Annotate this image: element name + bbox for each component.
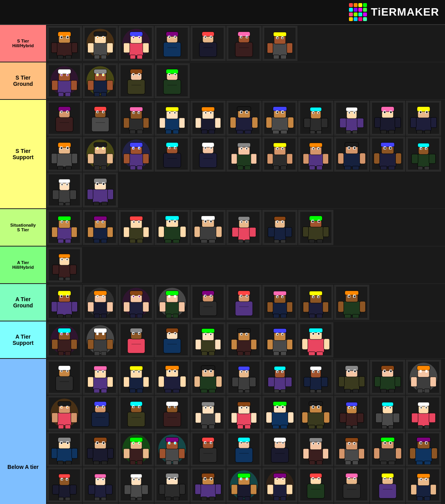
character-slot[interactable] [190,396,226,431]
character-slot[interactable] [262,322,297,357]
character-slot[interactable] [406,137,441,172]
character-slot[interactable] [334,396,369,431]
character-slot[interactable] [226,360,262,395]
character-slot[interactable] [226,210,262,245]
character-slot[interactable] [119,285,154,320]
character-slot[interactable] [226,137,262,172]
character-slot[interactable] [298,101,333,136]
character-slot[interactable] [119,467,154,502]
character-slot[interactable] [119,210,154,245]
character-slot[interactable] [47,396,82,431]
character-slot[interactable] [190,285,226,320]
character-slot[interactable] [119,431,154,467]
character-slot[interactable] [155,101,190,136]
character-slot[interactable] [47,285,82,320]
character-slot[interactable] [226,396,262,431]
character-slot[interactable] [83,63,118,98]
character-slot[interactable] [190,101,226,136]
character-slot[interactable] [262,360,297,395]
character-slot[interactable] [226,285,262,320]
character-slot[interactable] [370,396,405,431]
character-slot[interactable] [262,137,297,172]
character-slot[interactable] [226,26,262,61]
character-slot[interactable] [298,137,333,172]
character-slot[interactable] [406,396,441,431]
character-slot[interactable] [298,322,333,357]
character-slot[interactable] [334,360,369,395]
character-slot[interactable] [83,396,118,431]
character-slot[interactable] [83,285,118,320]
character-slot[interactable] [83,360,118,395]
character-slot[interactable] [47,210,82,245]
character-slot[interactable] [298,467,333,502]
character-slot[interactable] [155,63,190,98]
character-slot[interactable] [155,285,190,320]
character-slot[interactable] [47,431,82,467]
character-slot[interactable] [298,396,333,431]
character-slot[interactable] [190,431,226,467]
character-slot[interactable] [334,467,369,502]
character-slot[interactable] [47,322,82,357]
character-slot[interactable] [155,360,190,395]
character-slot[interactable] [262,431,297,467]
character-slot[interactable] [47,172,82,208]
character-slot[interactable] [155,396,190,431]
character-slot[interactable] [83,172,118,208]
character-slot[interactable] [119,63,154,98]
character-slot[interactable] [334,285,369,320]
character-slot[interactable] [298,210,333,245]
character-slot[interactable] [83,101,118,136]
character-slot[interactable] [190,360,226,395]
character-slot[interactable] [370,431,405,467]
character-slot[interactable] [155,137,190,172]
character-slot[interactable] [298,360,333,395]
character-slot[interactable] [83,26,118,61]
character-slot[interactable] [119,26,154,61]
character-slot[interactable] [190,26,226,61]
character-slot[interactable] [83,467,118,502]
character-slot[interactable] [190,467,226,502]
character-slot[interactable] [119,396,154,431]
character-slot[interactable] [155,322,190,357]
character-slot[interactable] [262,26,297,61]
character-slot[interactable] [119,101,154,136]
character-slot[interactable] [190,137,226,172]
character-slot[interactable] [262,396,297,431]
character-slot[interactable] [262,210,297,245]
character-slot[interactable] [370,137,405,172]
character-slot[interactable] [47,467,82,502]
character-slot[interactable] [83,322,118,357]
character-slot[interactable] [334,101,369,136]
character-slot[interactable] [226,467,262,502]
character-slot[interactable] [190,210,226,245]
character-slot[interactable] [262,285,297,320]
character-slot[interactable] [262,101,297,136]
character-slot[interactable] [119,322,154,357]
character-slot[interactable] [406,360,441,395]
character-slot[interactable] [83,137,118,172]
character-slot[interactable] [226,322,262,357]
character-slot[interactable] [226,431,262,467]
character-slot[interactable] [83,431,118,467]
character-slot[interactable] [47,26,82,61]
character-slot[interactable] [226,101,262,136]
character-slot[interactable] [47,101,82,136]
character-slot[interactable] [370,467,405,502]
character-slot[interactable] [334,431,369,467]
character-slot[interactable] [47,137,82,172]
character-slot[interactable] [406,467,441,502]
character-slot[interactable] [190,322,226,357]
character-slot[interactable] [155,210,190,245]
character-slot[interactable] [155,26,190,61]
character-slot[interactable] [370,360,405,395]
character-slot[interactable] [406,431,441,467]
character-slot[interactable] [262,467,297,502]
character-slot[interactable] [298,431,333,467]
character-slot[interactable] [298,285,333,320]
character-slot[interactable] [155,467,190,502]
character-slot[interactable] [370,101,405,136]
character-slot[interactable] [119,137,154,172]
character-slot[interactable] [406,101,441,136]
character-slot[interactable] [83,210,118,245]
character-slot[interactable] [119,360,154,395]
